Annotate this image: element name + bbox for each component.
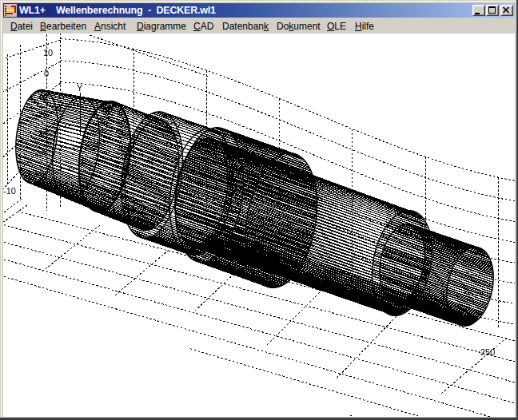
svg-text:0: 0 <box>44 69 49 78</box>
svg-text:-10: -10 <box>3 186 16 196</box>
svg-text:10: 10 <box>43 48 53 57</box>
svg-text:250: 250 <box>480 347 495 357</box>
svg-text:Y: Y <box>77 83 83 93</box>
